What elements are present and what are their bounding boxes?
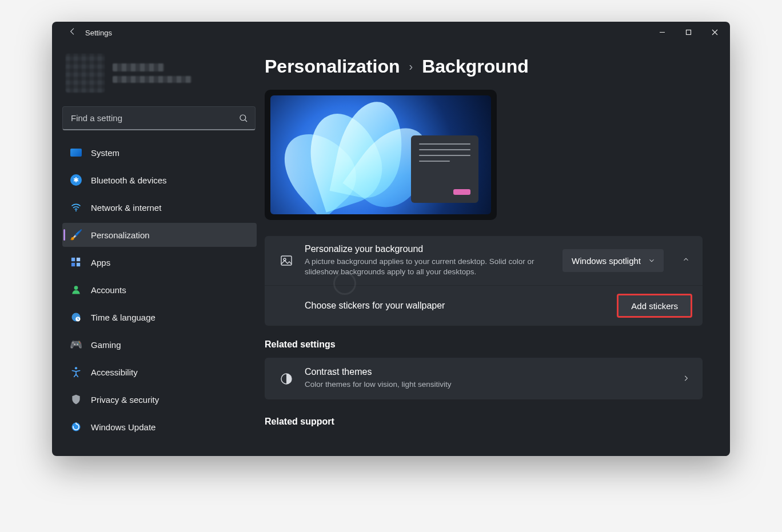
sidebar-item-privacy[interactable]: Privacy & security xyxy=(62,387,257,411)
maximize-button[interactable] xyxy=(675,22,701,43)
breadcrumb-current: Background xyxy=(422,56,529,77)
personalize-background-row: Personalize your background A picture ba… xyxy=(265,236,703,285)
sidebar-item-network[interactable]: Network & internet xyxy=(62,195,257,219)
breadcrumb-parent[interactable]: Personalization xyxy=(265,56,400,77)
sidebar-item-label: Accessibility xyxy=(91,367,138,377)
svg-rect-3 xyxy=(71,258,75,261)
sidebar-item-label: Privacy & security xyxy=(91,395,159,405)
chevron-right-icon xyxy=(682,374,691,383)
user-account-block[interactable] xyxy=(62,48,257,103)
desktop-preview xyxy=(265,90,497,220)
accessibility-icon xyxy=(70,366,82,378)
picture-icon xyxy=(278,253,294,269)
svg-rect-12 xyxy=(281,256,292,265)
sidebar-item-personalization[interactable]: 🖌️ Personalization xyxy=(62,223,257,247)
sidebar-item-label: Windows Update xyxy=(91,422,155,432)
back-button[interactable] xyxy=(61,22,84,43)
preview-window-mock xyxy=(411,135,478,203)
search-input[interactable] xyxy=(62,106,256,130)
svg-rect-6 xyxy=(77,263,80,266)
sidebar-item-label: Time & language xyxy=(91,313,155,322)
svg-rect-0 xyxy=(686,30,691,35)
stickers-label: Choose stickers for your wallpaper xyxy=(305,301,607,311)
svg-rect-5 xyxy=(71,263,75,266)
sidebar-item-gaming[interactable]: 🎮 Gaming xyxy=(62,333,257,357)
maximize-icon xyxy=(685,27,692,38)
sidebar-item-label: Accounts xyxy=(91,285,126,295)
svg-point-10 xyxy=(75,367,77,369)
minimize-icon xyxy=(659,27,665,38)
sidebar-item-label: Bluetooth & devices xyxy=(91,175,167,185)
sidebar-item-label: Apps xyxy=(91,258,110,267)
close-button[interactable] xyxy=(701,22,728,43)
avatar xyxy=(66,54,105,93)
sidebar-item-time-language[interactable]: Time & language xyxy=(62,305,257,329)
search-wrap xyxy=(62,106,256,130)
titlebar: Settings xyxy=(52,22,730,43)
close-icon xyxy=(712,27,718,38)
update-icon xyxy=(70,421,82,433)
back-arrow-icon xyxy=(68,27,77,38)
add-stickers-label: Add stickers xyxy=(631,301,678,311)
contrast-title: Contrast themes xyxy=(305,367,672,377)
svg-point-2 xyxy=(75,210,77,211)
wallpaper-preview xyxy=(270,95,491,214)
chevron-down-icon xyxy=(648,257,656,265)
svg-point-7 xyxy=(74,286,78,290)
main-content: Personalization › Background xyxy=(265,43,730,456)
sidebar-item-label: Gaming xyxy=(91,340,121,350)
window-controls xyxy=(649,22,728,43)
minimize-button[interactable] xyxy=(649,22,675,43)
collapse-section-button[interactable] xyxy=(682,255,692,266)
related-settings-heading: Related settings xyxy=(265,339,717,350)
chevron-right-icon: › xyxy=(409,60,413,73)
system-icon xyxy=(70,149,82,157)
svg-rect-4 xyxy=(77,258,80,261)
sidebar-item-windows-update[interactable]: Windows Update xyxy=(62,415,257,439)
svg-point-1 xyxy=(240,115,246,121)
globe-clock-icon xyxy=(70,311,82,323)
sidebar-item-accessibility[interactable]: Accessibility xyxy=(62,360,257,384)
paintbrush-icon: 🖌️ xyxy=(70,229,82,241)
shield-icon xyxy=(70,394,82,405)
stickers-row: Choose stickers for your wallpaper Add s… xyxy=(265,285,703,326)
background-settings-group: Personalize your background A picture ba… xyxy=(265,236,703,326)
gamepad-icon: 🎮 xyxy=(70,339,82,350)
sidebar-item-label: System xyxy=(91,148,119,158)
bluetooth-icon: ✱ xyxy=(70,174,82,186)
nav: System ✱ Bluetooth & devices Network & i… xyxy=(62,141,257,442)
personalize-subtitle: A picture background applies to your cur… xyxy=(305,257,545,277)
contrast-icon xyxy=(278,371,294,387)
sidebar: System ✱ Bluetooth & devices Network & i… xyxy=(52,43,265,456)
sidebar-item-system[interactable]: System xyxy=(62,141,257,165)
search-icon[interactable] xyxy=(238,113,249,123)
add-stickers-button[interactable]: Add stickers xyxy=(617,294,692,318)
settings-window: Settings xyxy=(52,22,730,456)
breadcrumb: Personalization › Background xyxy=(265,56,717,77)
wifi-icon xyxy=(70,202,82,213)
window-title: Settings xyxy=(85,29,112,37)
sidebar-item-accounts[interactable]: Accounts xyxy=(62,278,257,302)
apps-icon xyxy=(70,257,82,268)
sidebar-item-bluetooth[interactable]: ✱ Bluetooth & devices xyxy=(62,168,257,192)
contrast-themes-link[interactable]: Contrast themes Color themes for low vis… xyxy=(265,358,703,399)
contrast-subtitle: Color themes for low vision, light sensi… xyxy=(305,379,545,390)
background-type-dropdown[interactable]: Windows spotlight xyxy=(562,249,664,272)
sidebar-item-label: Personalization xyxy=(91,230,150,240)
related-support-heading: Related support xyxy=(265,417,717,427)
personalize-title: Personalize your background xyxy=(305,244,552,254)
user-text-redacted xyxy=(113,63,191,83)
dropdown-value: Windows spotlight xyxy=(572,256,641,266)
sidebar-item-apps[interactable]: Apps xyxy=(62,250,257,274)
person-icon xyxy=(70,284,82,295)
sidebar-item-label: Network & internet xyxy=(91,203,161,213)
